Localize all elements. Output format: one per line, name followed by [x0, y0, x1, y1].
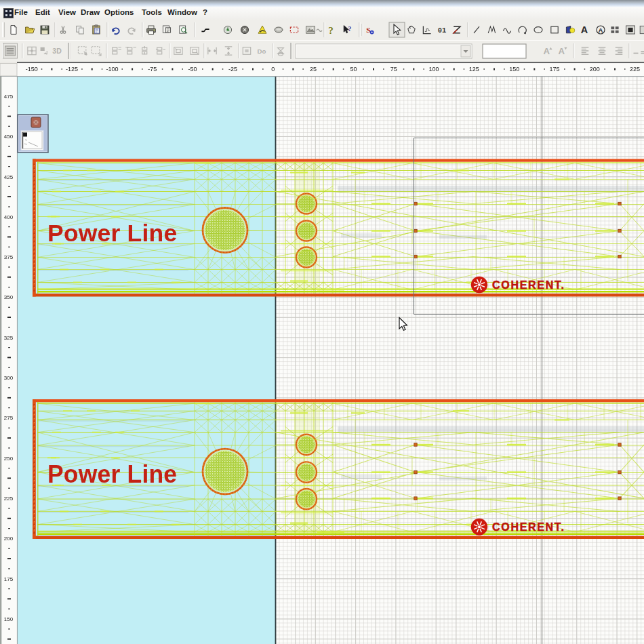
svg-text:375: 375: [4, 254, 14, 260]
svg-text:S: S: [366, 26, 370, 34]
svg-text:400: 400: [4, 214, 14, 220]
svg-text:01: 01: [438, 26, 446, 35]
svg-text:225: 225: [4, 496, 14, 502]
svg-text:425: 425: [4, 174, 14, 180]
svg-text:?: ?: [328, 24, 334, 36]
svg-text:A: A: [543, 46, 550, 56]
svg-text:100: 100: [428, 66, 439, 73]
svg-text:0: 0: [271, 66, 275, 73]
svg-text:200: 200: [4, 536, 14, 542]
svg-text:-75: -75: [148, 66, 157, 73]
svg-text:125: 125: [469, 66, 479, 73]
svg-text:275: 275: [4, 415, 14, 421]
svg-text:325: 325: [4, 335, 14, 341]
svg-text:75: 75: [390, 66, 397, 73]
svg-text:225: 225: [630, 66, 640, 73]
svg-text:-50: -50: [188, 66, 197, 73]
svg-text:450: 450: [4, 134, 14, 140]
svg-text:3D: 3D: [52, 47, 62, 55]
svg-text:350: 350: [4, 294, 14, 300]
svg-text:-125: -125: [66, 66, 78, 73]
svg-text:300: 300: [4, 375, 14, 381]
svg-text:Do: Do: [258, 47, 266, 55]
svg-text:250: 250: [4, 456, 14, 462]
svg-text:150: 150: [509, 66, 519, 73]
svg-text:475: 475: [4, 94, 14, 100]
svg-text:25: 25: [310, 66, 317, 73]
svg-text:50: 50: [350, 66, 357, 73]
svg-text:-100: -100: [106, 66, 118, 73]
svg-text:-150: -150: [26, 66, 38, 73]
svg-text:A: A: [599, 26, 603, 34]
svg-text:200: 200: [590, 66, 600, 73]
svg-text:150: 150: [4, 616, 14, 622]
svg-text:175: 175: [549, 66, 559, 73]
svg-text:?: ?: [348, 25, 352, 33]
svg-text:A: A: [558, 46, 565, 56]
svg-text:A: A: [581, 24, 588, 35]
svg-text:-25: -25: [228, 66, 237, 73]
svg-text:175: 175: [4, 576, 14, 582]
